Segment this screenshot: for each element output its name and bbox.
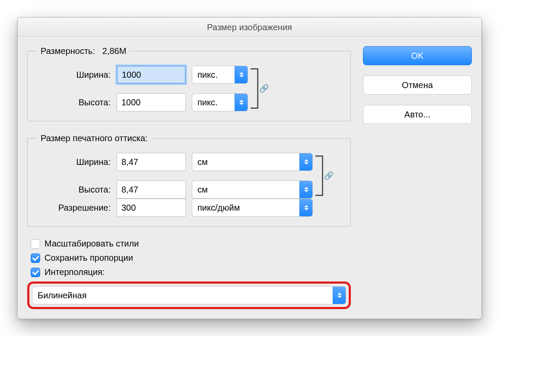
print-link-group: 🔗: [313, 153, 330, 199]
resolution-input[interactable]: [117, 199, 186, 217]
updown-icon: [235, 66, 248, 83]
auto-button[interactable]: Авто...: [363, 105, 472, 124]
updown-icon: [333, 287, 346, 304]
chain-link-icon[interactable]: 🔗: [259, 84, 269, 93]
pixel-width-input[interactable]: [117, 66, 186, 84]
interpolation-method-label: Билинейная: [32, 291, 333, 300]
pixel-width-row: Ширина: пикс.: [37, 66, 248, 84]
interpolation-checkbox[interactable]: [31, 268, 40, 277]
interpolation-label: Интерполяция:: [45, 267, 105, 277]
print-height-unit-select[interactable]: см: [192, 180, 313, 199]
dialog-body: Размерность: 2,86M Ширина: пикс.: [18, 37, 481, 319]
chain-link-icon[interactable]: 🔗: [324, 171, 334, 180]
pixel-height-row: Высота: пикс.: [37, 93, 248, 111]
constrain-label: Сохранить пропорции: [45, 253, 133, 263]
print-width-unit-select[interactable]: см: [192, 153, 313, 171]
updown-icon: [299, 153, 312, 171]
pixel-link-group: 🔗: [248, 66, 265, 111]
print-height-input[interactable]: [117, 180, 186, 199]
interpolation-row: Интерполяция:: [31, 267, 351, 277]
print-size-legend: Размер печатного оттиска:: [37, 133, 151, 143]
print-rows-stack: Ширина: см Высота: см: [37, 153, 313, 199]
pixel-dimensions-group: Размерность: 2,86M Ширина: пикс.: [27, 46, 351, 121]
bracket-icon: [315, 155, 323, 196]
print-height-label: Высота:: [37, 185, 111, 195]
scale-styles-checkbox[interactable]: [31, 239, 40, 249]
bracket-icon: [251, 68, 258, 109]
updown-icon: [299, 199, 312, 216]
pixel-height-unit-label: пикс.: [192, 98, 235, 107]
print-width-row: Ширина: см: [37, 153, 313, 171]
left-column: Размерность: 2,86M Ширина: пикс.: [27, 46, 351, 309]
resolution-row: Разрешение: пикс/дюйм: [37, 199, 341, 217]
updown-icon: [299, 181, 312, 198]
image-size-dialog: Размер изображения Размерность: 2,86M Ши…: [17, 17, 482, 319]
pixel-rows-stack: Ширина: пикс. Высота: пикс.: [37, 66, 248, 111]
print-size-group: Размер печатного оттиска: Ширина: см: [27, 133, 351, 227]
ok-button[interactable]: OK: [363, 46, 472, 65]
dimensions-label: Размерность:: [41, 46, 95, 56]
constrain-checkbox[interactable]: [31, 253, 40, 263]
scale-styles-label: Масштабировать стили: [45, 239, 139, 249]
print-height-unit-label: см: [192, 185, 299, 195]
right-column: OK Отмена Авто...: [363, 46, 472, 309]
scale-styles-row: Масштабировать стили: [31, 239, 351, 249]
pixel-rows-inner: Ширина: пикс. Высота: пикс.: [37, 66, 341, 111]
resolution-unit-select[interactable]: пикс/дюйм: [192, 199, 313, 217]
dialog-title: Размер изображения: [18, 18, 481, 37]
pixel-height-unit-select[interactable]: пикс.: [192, 93, 248, 111]
constrain-row: Сохранить пропорции: [31, 253, 351, 263]
resolution-unit-label: пикс/дюйм: [192, 203, 299, 213]
print-height-row: Высота: см: [37, 180, 313, 199]
pixel-dimensions-legend: Размерность: 2,86M: [37, 46, 130, 56]
print-width-label: Ширина:: [37, 157, 111, 167]
pixel-width-unit-select[interactable]: пикс.: [192, 66, 248, 84]
resolution-label: Разрешение:: [37, 203, 111, 213]
print-width-unit-label: см: [192, 157, 299, 167]
interpolation-highlight: Билинейная: [27, 281, 351, 309]
updown-icon: [235, 94, 248, 111]
pixel-height-input[interactable]: [117, 93, 186, 111]
interpolation-method-select[interactable]: Билинейная: [32, 286, 346, 304]
dimensions-size: 2,86M: [102, 46, 127, 56]
print-width-input[interactable]: [117, 153, 186, 171]
pixel-width-unit-label: пикс.: [192, 70, 235, 80]
cancel-button[interactable]: Отмена: [363, 76, 472, 95]
print-rows-inner: Ширина: см Высота: см: [37, 153, 341, 199]
pixel-height-label: Высота:: [37, 98, 111, 107]
pixel-width-label: Ширина:: [37, 70, 111, 80]
